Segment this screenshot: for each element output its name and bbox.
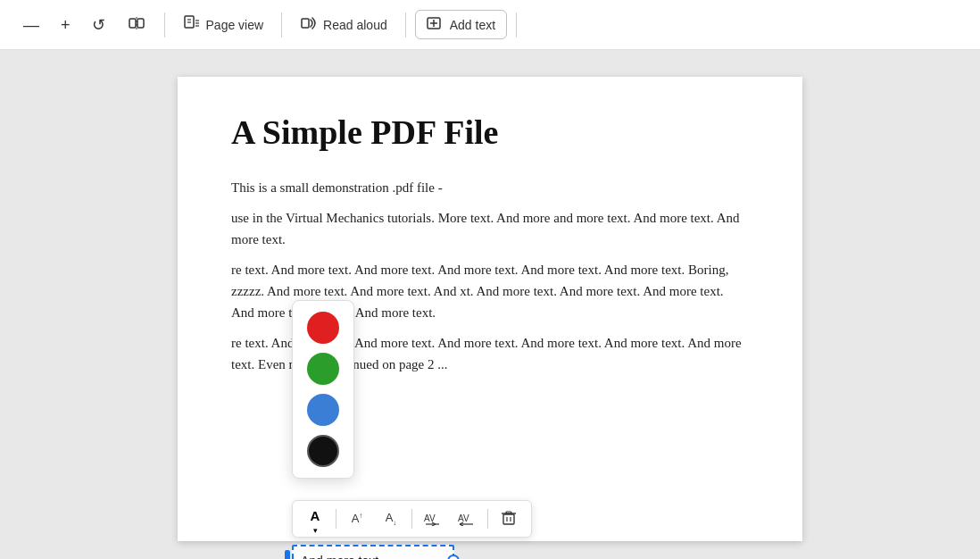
add-text-icon [427,15,444,34]
increase-spacing-icon: AV [423,510,443,529]
add-icon: + [61,17,71,33]
svg-rect-23 [506,512,511,513]
read-aloud-label: Read aloud [323,18,387,32]
main-area: A Simple PDF File This is a small demons… [0,50,980,559]
decrease-font-size-icon: A↓ [386,511,397,527]
svg-text:AV: AV [458,513,469,523]
page-view-label: Page view [206,18,264,32]
decrease-spacing-button[interactable]: AV [452,505,482,532]
decrease-spacing-icon: AV [457,510,477,529]
text-format-toolbar: A ▾ A↑ A↓ AV [292,500,532,538]
main-toolbar: — + ↺ Page view [0,0,980,50]
svg-rect-1 [137,19,144,28]
page-view-icon [183,15,201,34]
text-resize-handle[interactable] [447,555,460,559]
rotate-icon: ↺ [92,17,105,33]
divider-4 [516,13,517,38]
color-green[interactable] [307,353,339,385]
svg-rect-21 [503,514,514,524]
pdf-para1: This is a small demonstration .pdf file … [231,177,749,198]
text-cursor-bar [285,550,290,559]
color-picker-popup [292,300,354,479]
text-input-box[interactable]: And more text [292,545,454,559]
page-view-button[interactable]: Page view [174,10,273,39]
add-button[interactable]: + [52,12,79,38]
dropdown-arrow: ▾ [313,527,318,535]
decrease-font-size-button[interactable]: A↓ [376,505,406,532]
pdf-title: A Simple PDF File [231,113,749,152]
flip-button[interactable] [118,10,155,39]
increase-font-size-button[interactable]: A↑ [342,505,372,532]
minimize-icon: — [23,17,39,33]
font-color-button[interactable]: A ▾ [300,505,330,532]
text-input-value: And more text [301,554,378,559]
read-aloud-icon [300,15,318,34]
pdf-page: A Simple PDF File This is a small demons… [178,77,802,541]
rotate-button[interactable]: ↺ [83,12,114,38]
pdf-para2: use in the Virtual Mechanics tutorials. … [231,207,749,250]
fmt-divider-1 [336,509,336,529]
increase-spacing-button[interactable]: AV [418,505,448,532]
svg-rect-0 [129,19,136,28]
divider-1 [164,13,165,38]
pdf-area[interactable]: A Simple PDF File This is a small demons… [0,50,980,559]
fmt-divider-2 [411,509,412,529]
font-color-a: A [311,508,320,523]
delete-icon [501,510,517,529]
add-text-button[interactable]: Add text [415,10,507,39]
increase-font-size-icon: A↑ [352,512,363,525]
flip-icon [127,15,146,34]
svg-text:AV: AV [424,513,436,523]
color-blue[interactable] [307,394,339,426]
divider-3 [405,13,406,38]
delete-text-button[interactable] [494,505,524,532]
fmt-divider-3 [487,509,488,529]
minimize-button[interactable]: — [14,12,48,38]
color-black[interactable] [307,435,339,467]
color-red[interactable] [307,312,339,344]
divider-2 [281,13,282,38]
svg-rect-9 [302,19,309,28]
read-aloud-button[interactable]: Read aloud [291,10,396,39]
add-text-label: Add text [450,18,495,32]
